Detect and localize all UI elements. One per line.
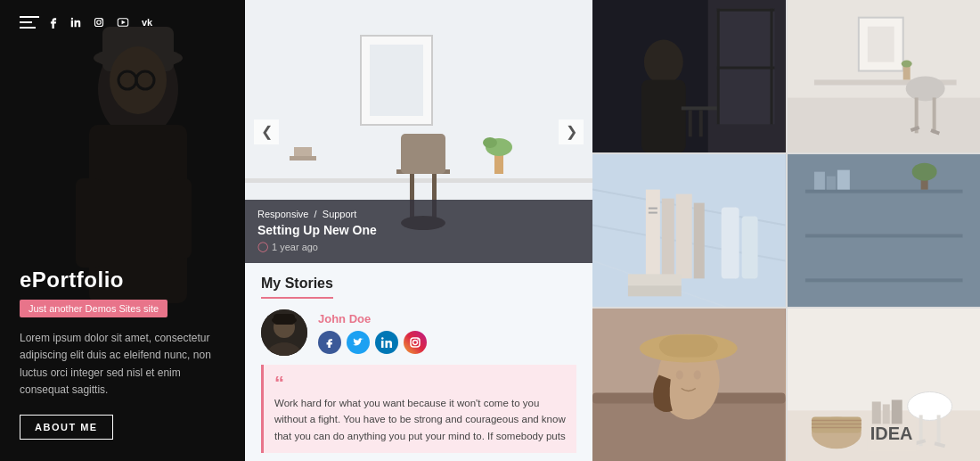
author-linkedin-button[interactable] (375, 331, 398, 354)
svg-point-62 (901, 61, 911, 68)
slider-post-title: Setting Up New One (257, 223, 580, 237)
top-social-icons: vk (49, 16, 152, 29)
svg-point-39 (381, 337, 384, 340)
svg-rect-12 (71, 21, 73, 28)
site-subtitle: Just another Demos Sites site (20, 300, 167, 317)
svg-point-16 (101, 19, 102, 21)
grid-photo-3 (592, 154, 786, 307)
author-facebook-button[interactable] (318, 331, 341, 354)
svg-point-98 (676, 371, 683, 380)
svg-point-15 (97, 21, 102, 25)
svg-rect-72 (646, 190, 660, 279)
svg-rect-108 (811, 416, 861, 432)
svg-point-25 (483, 137, 497, 148)
author-avatar (261, 309, 307, 356)
author-name: John Doe (318, 312, 427, 325)
svg-rect-53 (689, 110, 692, 136)
youtube-icon-top[interactable] (117, 18, 129, 27)
author-instagram-button[interactable] (404, 331, 427, 354)
slider-post-date: ◯ 1 year ago (257, 241, 580, 252)
svg-rect-114 (871, 401, 880, 424)
svg-rect-32 (401, 134, 445, 174)
svg-marker-18 (122, 21, 126, 24)
svg-rect-84 (804, 190, 962, 193)
quote-text: Work hard for what you want because it w… (274, 398, 566, 441)
svg-point-41 (413, 340, 418, 344)
grid-photo-2 (788, 0, 981, 152)
svg-rect-104 (936, 415, 940, 446)
grid-photo-1 (592, 0, 786, 152)
facebook-icon-top[interactable] (49, 16, 58, 29)
author-socials (318, 331, 427, 354)
svg-rect-20 (245, 178, 592, 183)
svg-rect-85 (804, 234, 962, 237)
svg-rect-87 (813, 172, 824, 190)
svg-point-91 (911, 163, 936, 181)
svg-rect-49 (717, 67, 775, 70)
svg-rect-78 (628, 274, 682, 286)
svg-rect-47 (717, 9, 775, 12)
svg-rect-77 (649, 212, 657, 214)
svg-rect-57 (788, 97, 981, 152)
left-panel: vk ePortfolio Just another Demos Sites s… (0, 0, 245, 461)
svg-rect-75 (694, 203, 705, 279)
site-title: ePortfolio (20, 268, 225, 292)
svg-rect-86 (804, 278, 962, 282)
svg-rect-60 (867, 27, 894, 62)
instagram-icon-top[interactable] (94, 17, 104, 28)
svg-rect-65 (932, 97, 935, 133)
slider-prev-button[interactable]: ❮ (254, 119, 279, 144)
svg-rect-80 (722, 208, 739, 279)
svg-rect-116 (891, 399, 902, 424)
middle-panel: ❮ ❯ Responsive / Support Setting Up New … (245, 0, 592, 461)
svg-rect-88 (826, 177, 835, 190)
svg-rect-97 (659, 335, 718, 358)
grid-photo-6: IDEA (788, 309, 981, 461)
grid-photo-5 (592, 309, 786, 461)
svg-point-42 (417, 339, 419, 341)
quote-box: “ Work hard for what you want because it… (261, 365, 576, 453)
svg-rect-76 (649, 208, 657, 210)
author-twitter-button[interactable] (347, 331, 370, 354)
svg-rect-51 (641, 79, 686, 152)
hamburger-menu[interactable] (20, 16, 39, 29)
svg-rect-37 (274, 314, 295, 325)
about-me-button[interactable]: ABOUT ME (20, 415, 113, 440)
vk-icon-top[interactable]: vk (142, 17, 152, 28)
svg-rect-74 (676, 194, 692, 279)
svg-text:IDEA: IDEA (870, 424, 912, 443)
svg-rect-38 (381, 341, 384, 348)
svg-point-13 (71, 18, 73, 20)
svg-rect-89 (837, 170, 849, 190)
site-description: Lorem ipsum dolor sit amet, consectetur … (20, 330, 225, 399)
linkedin-icon-top[interactable] (70, 17, 81, 28)
stories-section-title: My Stories (261, 276, 333, 299)
slider-area: ❮ ❯ Responsive / Support Setting Up New … (245, 0, 592, 263)
svg-rect-52 (682, 106, 717, 110)
quote-mark-icon: “ (274, 374, 566, 393)
svg-point-63 (905, 77, 944, 102)
right-panel: IDEA (592, 0, 980, 461)
grid-photo-4 (788, 154, 981, 307)
svg-rect-27 (294, 147, 312, 156)
svg-rect-79 (628, 285, 682, 296)
slider-caption: Responsive / Support Setting Up New One … (245, 200, 592, 263)
slider-breadcrumb: Responsive / Support (257, 209, 580, 219)
svg-point-99 (694, 371, 701, 380)
author-info: John Doe (318, 312, 427, 354)
slider-next-button[interactable]: ❯ (559, 119, 584, 144)
svg-rect-26 (290, 156, 316, 161)
clock-icon: ◯ (257, 241, 268, 252)
svg-rect-115 (882, 404, 889, 424)
stories-section: My Stories John Doe (245, 263, 592, 461)
svg-point-50 (644, 40, 683, 85)
svg-rect-54 (699, 110, 703, 136)
svg-rect-22 (370, 45, 423, 116)
svg-point-102 (907, 391, 951, 420)
svg-rect-81 (742, 217, 758, 279)
svg-rect-73 (662, 199, 674, 279)
left-content: ePortfolio Just another Demos Sites site… (20, 268, 225, 440)
story-author-row: John Doe (261, 309, 576, 356)
